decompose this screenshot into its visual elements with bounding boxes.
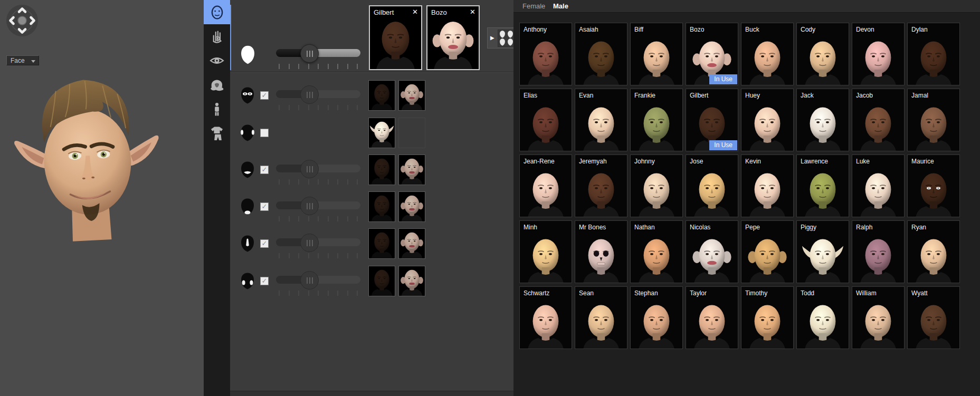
nose-blend-slider[interactable] — [276, 234, 360, 257]
selected-face-name: Bozo — [431, 8, 447, 16]
tab-face[interactable] — [204, 0, 230, 24]
gallery-face-luke[interactable]: Luke — [852, 154, 905, 217]
gallery-face-buck[interactable]: Buck — [741, 23, 794, 85]
gallery-face-sean[interactable]: Sean — [575, 286, 627, 349]
master-blend-slider[interactable] — [276, 44, 360, 67]
nose-source-thumb-left[interactable] — [368, 228, 395, 259]
gallery-face-jacob[interactable]: Jacob — [852, 89, 905, 151]
gallery-face-maurice[interactable]: Maurice — [907, 154, 960, 217]
gallery-face-huey[interactable]: Huey — [741, 89, 794, 151]
feature-row-ears — [230, 118, 513, 148]
close-icon[interactable]: ✕ — [470, 8, 475, 16]
3d-viewport[interactable]: Face — [0, 0, 204, 396]
gallery-face-piggy[interactable]: Piggy — [796, 220, 849, 283]
nose-enabled-checkbox[interactable]: ✓ — [260, 239, 269, 248]
nose-source-thumb-right[interactable] — [398, 228, 425, 259]
cheeks-enabled-checkbox[interactable]: ✓ — [260, 277, 269, 285]
gallery-face-jeremyah[interactable]: Jeremyah — [575, 154, 627, 217]
ears-source-thumb-left[interactable] — [368, 118, 395, 148]
gallery-face-wyatt[interactable]: Wyatt — [907, 286, 960, 349]
mouth-blend-slider[interactable] — [276, 160, 360, 183]
gallery-face-biff[interactable]: Biff — [630, 23, 683, 85]
ears-source-thumb-right[interactable] — [398, 118, 425, 148]
tab-female[interactable]: Female — [522, 2, 545, 10]
close-icon[interactable]: ✕ — [412, 8, 418, 16]
gallery-face-nathan[interactable]: Nathan — [630, 220, 683, 283]
gallery-face-ralph[interactable]: Ralph — [852, 220, 905, 283]
gallery-face-name: Piggy — [801, 224, 816, 231]
eyes-source-thumb-right[interactable] — [398, 80, 425, 111]
multi-head-expander-button[interactable]: ▶ — [487, 27, 517, 49]
tab-hair[interactable] — [204, 73, 230, 97]
gallery-face-kevin[interactable]: Kevin — [741, 154, 794, 217]
selected-face-card-gilbert[interactable]: Gilbert✕ — [369, 5, 422, 70]
slider-handle[interactable] — [300, 85, 319, 104]
gallery-face-name: William — [856, 289, 877, 297]
gallery-face-jamal[interactable]: Jamal — [907, 89, 960, 151]
mouth-enabled-checkbox[interactable]: ✓ — [260, 166, 269, 174]
tab-body[interactable] — [204, 97, 230, 121]
tab-skin[interactable] — [204, 24, 230, 49]
orbit-pad-icon — [6, 4, 39, 37]
gallery-face-devon[interactable]: Devon — [852, 23, 905, 85]
gallery-face-dylan[interactable]: Dylan — [907, 23, 960, 85]
gallery-tab-bar: Female Male — [513, 0, 980, 13]
panel-bottom-strip — [230, 391, 513, 396]
gallery-face-bozo[interactable]: Bozo In Use — [686, 23, 738, 85]
jaw-source-thumb-left[interactable] — [368, 191, 395, 222]
orbit-control[interactable] — [6, 4, 39, 37]
gallery-face-ryan[interactable]: Ryan — [907, 220, 960, 283]
gallery-face-evan[interactable]: Evan — [575, 89, 627, 151]
gallery-face-asaiah[interactable]: Asaiah — [575, 23, 627, 85]
slider-handle[interactable] — [300, 234, 319, 252]
gallery-face-anthony[interactable]: Anthony — [519, 23, 572, 85]
feature-row-nose: ✓ — [230, 228, 513, 259]
character-head-render[interactable] — [8, 47, 167, 247]
gallery-face-timothy[interactable]: Timothy — [741, 286, 794, 349]
cheeks-source-thumb-left[interactable] — [368, 266, 395, 296]
selected-face-card-bozo[interactable]: Bozo✕ — [426, 5, 480, 70]
gallery-face-nicolas[interactable]: Nicolas — [686, 220, 738, 283]
gallery-face-johnny[interactable]: Johnny — [630, 154, 683, 217]
gallery-face-schwartz[interactable]: Schwartz — [519, 286, 572, 349]
cheeks-source-thumb-right[interactable] — [398, 266, 425, 296]
jaw-source-thumb-right[interactable] — [398, 191, 425, 222]
jaw-blend-slider[interactable] — [276, 197, 360, 220]
eyes-source-thumb-left[interactable] — [368, 80, 395, 111]
cheeks-blend-slider[interactable] — [276, 271, 360, 294]
mouth-source-thumb-right[interactable] — [398, 154, 425, 185]
gallery-face-cody[interactable]: Cody — [796, 23, 849, 85]
slider-handle[interactable] — [300, 160, 319, 178]
gallery-face-name: Pepe — [745, 224, 760, 231]
tab-male[interactable]: Male — [553, 2, 568, 10]
gallery-face-william[interactable]: William — [852, 286, 905, 349]
gallery-face-gilbert[interactable]: Gilbert In Use — [686, 89, 738, 151]
selected-faces: Gilbert✕ Bozo✕ — [369, 5, 480, 70]
gallery-face-taylor[interactable]: Taylor — [686, 286, 738, 349]
gallery-face-name: Timothy — [745, 289, 767, 297]
tab-eyes[interactable] — [204, 49, 230, 73]
eyes-enabled-checkbox[interactable]: ✓ — [260, 91, 269, 100]
eyes-blend-slider[interactable] — [276, 85, 360, 109]
gallery-face-pepe[interactable]: Pepe — [741, 220, 794, 283]
gallery-face-mr-bones[interactable]: Mr Bones — [575, 220, 627, 283]
gallery-face-name: Kevin — [745, 158, 761, 165]
gallery-face-jack[interactable]: Jack — [796, 89, 849, 151]
gallery-face-elias[interactable]: Elias — [519, 89, 572, 151]
hand-icon — [210, 30, 224, 44]
gallery-face-name: Ryan — [911, 224, 926, 231]
gallery-face-frankie[interactable]: Frankie — [630, 89, 683, 151]
slider-handle[interactable] — [300, 44, 319, 63]
gallery-face-minh[interactable]: Minh — [519, 220, 572, 283]
jaw-enabled-checkbox[interactable]: ✓ — [260, 202, 269, 211]
gallery-face-stephan[interactable]: Stephan — [630, 286, 683, 349]
gallery-face-lawrence[interactable]: Lawrence — [796, 154, 849, 217]
tab-clothing[interactable] — [204, 121, 230, 146]
mouth-source-thumb-left[interactable] — [368, 154, 395, 185]
gallery-face-jean-rene[interactable]: Jean-Rene — [519, 154, 572, 217]
slider-handle[interactable] — [300, 271, 319, 289]
gallery-face-todd[interactable]: Todd — [796, 286, 849, 349]
slider-handle[interactable] — [300, 197, 319, 215]
gallery-face-jose[interactable]: Jose — [686, 154, 738, 217]
ears-enabled-checkbox[interactable] — [260, 129, 269, 137]
